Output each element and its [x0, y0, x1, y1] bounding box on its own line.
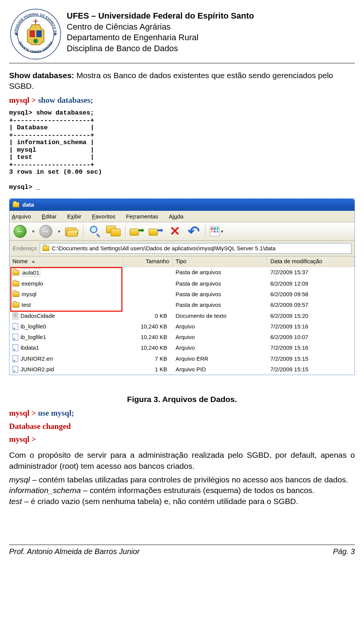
file-name: DadosCidade — [20, 312, 55, 320]
separator-icon — [125, 225, 126, 238]
col-nome[interactable]: Nome — [9, 256, 123, 266]
table-row[interactable]: mysqlPasta de arquivos6/2/2009 09:58 — [9, 289, 355, 300]
file-type: Pasta de arquivos — [173, 278, 267, 289]
menu-arquivo[interactable]: Arquivo — [12, 213, 31, 220]
sysfile-icon — [13, 323, 18, 330]
file-type: Arquivo — [173, 321, 267, 332]
file-size — [123, 289, 173, 300]
cmd-prompt: mysql > — [9, 408, 38, 418]
window-title: data — [22, 201, 34, 209]
file-date: 7/2/2009 15:16 — [267, 321, 355, 332]
table-row[interactable]: ib_logfile010,240 KBArquivo7/2/2009 15:1… — [9, 321, 355, 332]
move-to-button[interactable]: ➡ — [129, 224, 145, 239]
sysfile-icon — [13, 355, 18, 362]
file-date: 6/2/2009 09:58 — [267, 289, 355, 300]
file-size: 10,240 KB — [123, 321, 173, 332]
file-type: Pasta de arquivos — [173, 267, 267, 278]
cmd-body: use mysql; — [38, 408, 74, 418]
file-name: ib_logfile0 — [20, 323, 46, 330]
search-button[interactable] — [86, 224, 103, 239]
file-type: Pasta de arquivos — [173, 289, 267, 300]
paragraph-admin: Com o propósito de servir para a adminis… — [9, 450, 355, 471]
table-row[interactable]: JUNIOR2.pid1 KBArquivo PID7/2/2009 15:15 — [9, 364, 355, 375]
column-headers: Nome Tamanho Tipo Data de modificação — [9, 256, 355, 267]
sort-asc-icon — [31, 260, 35, 263]
col-tipo[interactable]: Tipo — [173, 256, 267, 266]
intro-label: Show databases: — [9, 71, 74, 80]
menu-favoritos[interactable]: Favoritos — [92, 213, 116, 220]
menu-ajuda[interactable]: Ajuda — [169, 213, 183, 220]
header-line2: Centro de Ciências Agrárias — [67, 22, 254, 33]
footer-author: Prof. Antonio Almeida de Barros Junior — [9, 547, 140, 556]
table-row[interactable]: JUNIOR2.err7 KBArquivo ERR7/2/2009 15:15 — [9, 353, 355, 364]
paragraph-mysql: mysql – contém tabelas utilizadas para c… — [9, 474, 355, 507]
file-date: 7/2/2009 15:15 — [267, 353, 355, 364]
sysfile-icon — [13, 334, 18, 341]
forward-button[interactable]: → — [38, 224, 54, 239]
file-type: Arquivo ERR — [173, 353, 267, 364]
file-name: test — [22, 301, 31, 309]
back-dropdown[interactable]: ▼ — [31, 229, 35, 234]
table-row[interactable]: DadosCidade0 KBDocumento de texto6/2/200… — [9, 311, 355, 321]
address-label: Endereço — [13, 245, 37, 252]
menu-exibir[interactable]: Exibir — [67, 213, 82, 220]
header-line1: UFES – Universidade Federal do Espírito … — [67, 11, 254, 22]
delete-button[interactable]: ✕ — [166, 224, 183, 239]
file-date: 7/2/2009 15:37 — [267, 267, 355, 278]
folder-icon — [13, 292, 19, 297]
sysfile-icon — [13, 344, 18, 351]
explorer-window: data Arquivo Editar Exibir Favoritos Fer… — [9, 198, 355, 375]
file-date: 7/2/2009 15:16 — [267, 342, 355, 353]
file-size — [123, 300, 173, 310]
file-date: 6/2/2009 09:57 — [267, 300, 355, 310]
copy-to-button[interactable]: ➡ — [147, 224, 164, 239]
cmd-body: show databases; — [38, 96, 93, 105]
folder-icon — [13, 202, 19, 207]
intro-paragraph: Show databases: Mostra os Banco de dados… — [9, 70, 355, 92]
menu-ferramentas[interactable]: Ferramentas — [126, 213, 158, 220]
table-row[interactable]: ib_logfile110,240 KBArquivo6/2/2009 10:0… — [9, 332, 355, 342]
folder-icon — [13, 281, 19, 286]
views-button[interactable]: ▼ — [209, 224, 225, 239]
table-row[interactable]: aula01Pasta de arquivos7/2/2009 15:37 — [9, 267, 355, 278]
menu-editar[interactable]: Editar — [42, 213, 56, 220]
footer-page: Pág. 3 — [333, 547, 355, 556]
col-tamanho[interactable]: Tamanho — [123, 256, 173, 266]
svg-text:★: ★ — [14, 31, 19, 37]
address-input[interactable]: C:\Documents and Settings\All users\Dado… — [40, 243, 351, 254]
sysfile-icon — [13, 366, 18, 373]
col-data[interactable]: Data de modificação — [267, 256, 355, 266]
folder-icon — [13, 302, 19, 308]
separator-icon — [205, 225, 206, 238]
file-name: ib_logfile1 — [20, 333, 46, 341]
file-type: Arquivo — [173, 342, 267, 353]
file-date: 6/2/2009 15:20 — [267, 311, 355, 321]
svg-rect-5 — [36, 30, 42, 37]
file-size: 10,240 KB — [123, 342, 173, 353]
svg-text:★: ★ — [53, 31, 57, 37]
cmd-use-mysql: mysql > use mysql; — [9, 408, 355, 418]
cmd-prompt: mysql > — [9, 96, 38, 105]
back-button[interactable]: ← — [12, 224, 28, 239]
table-row[interactable]: ibdata110,240 KBArquivo7/2/2009 15:16 — [9, 342, 355, 353]
header-text: UFES – Universidade Federal do Espírito … — [67, 8, 254, 54]
file-size: 7 KB — [123, 353, 173, 364]
ufes-logo: UNIVERSIDADE FEDERAL DO ESPÍRITO SANTO D… — [9, 8, 62, 61]
address-bar: Endereço C:\Documents and Settings\All u… — [9, 241, 355, 256]
svg-point-6 — [33, 39, 38, 43]
folders-button[interactable] — [105, 224, 122, 239]
svg-rect-4 — [30, 30, 35, 37]
menubar: Arquivo Editar Exibir Favoritos Ferramen… — [9, 211, 355, 222]
file-name: JUNIOR2.pid — [20, 366, 54, 373]
separator-icon — [83, 225, 83, 238]
up-button[interactable]: ↑ — [63, 224, 80, 239]
undo-button[interactable]: ↶ — [185, 224, 202, 239]
file-date: 7/2/2009 15:15 — [267, 364, 355, 375]
forward-dropdown[interactable]: ▼ — [57, 229, 61, 234]
file-list: aula01Pasta de arquivos7/2/2009 15:37exe… — [9, 267, 355, 375]
table-row[interactable]: exemploPasta de arquivos6/2/2009 12:09 — [9, 278, 355, 289]
table-row[interactable]: testPasta de arquivos6/2/2009 09:57 — [9, 300, 355, 310]
file-size — [123, 278, 173, 289]
window-titlebar[interactable]: data — [9, 199, 355, 211]
file-size — [123, 267, 173, 278]
